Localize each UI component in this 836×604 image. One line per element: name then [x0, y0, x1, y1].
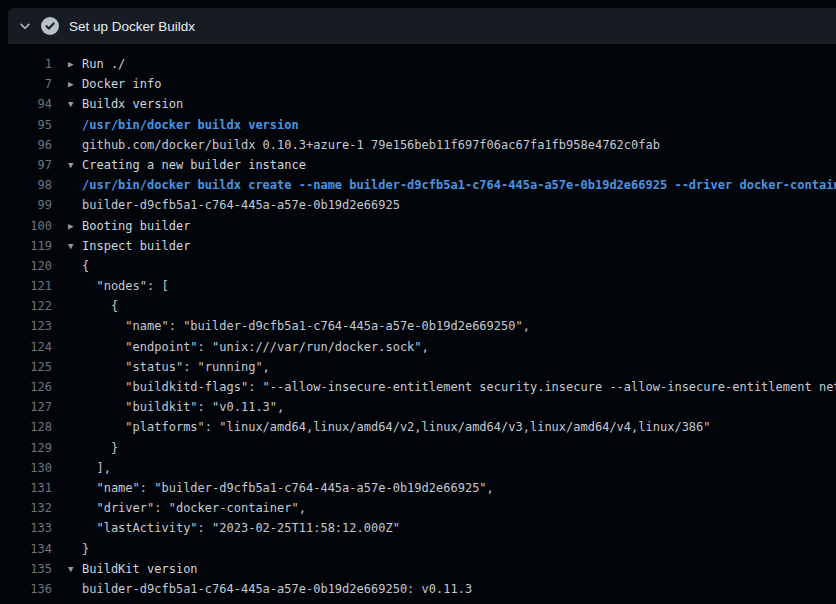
line-number[interactable]: 124: [0, 337, 52, 357]
line-number[interactable]: 126: [0, 377, 52, 397]
line-number[interactable]: 125: [0, 357, 52, 377]
log-line: 134 }: [0, 539, 836, 559]
log-line[interactable]: 97 ▼ Creating a new builder instance: [0, 155, 836, 175]
line-number[interactable]: 120: [0, 256, 52, 276]
log-line: 121 "nodes": [: [0, 276, 836, 296]
expand-group-icon[interactable]: ▶: [68, 216, 82, 236]
log-area: 1 ▶ Run ./ 7 ▶ Docker info 94 ▼ Buildx v…: [0, 44, 836, 604]
log-line[interactable]: 1 ▶ Run ./: [0, 54, 836, 74]
log-line[interactable]: 7 ▶ Docker info: [0, 74, 836, 94]
log-line: 123 "name": "builder-d9cfb5a1-c764-445a-…: [0, 316, 836, 336]
log-line: 126 "buildkitd-flags": "--allow-insecure…: [0, 377, 836, 397]
line-number[interactable]: 129: [0, 438, 52, 458]
log-line: 136 builder-d9cfb5a1-c764-445a-a57e-0b19…: [0, 579, 836, 599]
collapse-group-icon[interactable]: ▼: [68, 236, 82, 256]
log-line: 127 "buildkit": "v0.11.3",: [0, 397, 836, 417]
step-title: Set up Docker Buildx: [69, 19, 195, 34]
workflow-log-viewer: Set up Docker Buildx 1 ▶ Run ./ 7 ▶ Dock…: [0, 0, 836, 604]
line-number[interactable]: 134: [0, 539, 52, 559]
log-line: 131 "name": "builder-d9cfb5a1-c764-445a-…: [0, 478, 836, 498]
line-number[interactable]: 136: [0, 579, 52, 599]
log-line: 124 "endpoint": "unix:///var/run/docker.…: [0, 337, 836, 357]
line-number[interactable]: 95: [0, 115, 52, 135]
line-number[interactable]: 1: [0, 54, 52, 74]
log-line: 129 }: [0, 438, 836, 458]
line-number[interactable]: 132: [0, 498, 52, 518]
line-number[interactable]: 119: [0, 236, 52, 256]
step-header[interactable]: Set up Docker Buildx: [8, 8, 836, 44]
line-number[interactable]: 128: [0, 417, 52, 437]
line-number[interactable]: 94: [0, 94, 52, 114]
line-number[interactable]: 130: [0, 458, 52, 478]
log-line[interactable]: 100 ▶ Booting builder: [0, 216, 836, 236]
line-number[interactable]: 7: [0, 74, 52, 94]
collapse-group-icon[interactable]: ▼: [68, 94, 82, 114]
line-number[interactable]: 127: [0, 397, 52, 417]
log-line: 132 "driver": "docker-container",: [0, 498, 836, 518]
line-number[interactable]: 97: [0, 155, 52, 175]
log-line: 95 /usr/bin/docker buildx version: [0, 115, 836, 135]
chevron-down-icon[interactable]: [18, 19, 32, 33]
expand-group-icon[interactable]: ▶: [68, 54, 82, 74]
line-number[interactable]: 99: [0, 195, 52, 215]
log-line: 99 builder-d9cfb5a1-c764-445a-a57e-0b19d…: [0, 195, 836, 215]
log-line: 130 ],: [0, 458, 836, 478]
log-line[interactable]: 135 ▼ BuildKit version: [0, 559, 836, 579]
expand-group-icon[interactable]: ▶: [68, 74, 82, 94]
log-line[interactable]: 94 ▼ Buildx version: [0, 94, 836, 114]
line-number[interactable]: 96: [0, 135, 52, 155]
log-line: 120 {: [0, 256, 836, 276]
line-number[interactable]: 123: [0, 316, 52, 336]
line-number[interactable]: 135: [0, 559, 52, 579]
log-line: 122 {: [0, 296, 836, 316]
check-circle-icon: [41, 17, 59, 35]
log-line: 133 "lastActivity": "2023-02-25T11:58:12…: [0, 518, 836, 538]
collapse-group-icon[interactable]: ▼: [68, 155, 82, 175]
line-number[interactable]: 121: [0, 276, 52, 296]
line-number[interactable]: 133: [0, 518, 52, 538]
line-number[interactable]: 98: [0, 175, 52, 195]
log-line[interactable]: 119 ▼ Inspect builder: [0, 236, 836, 256]
collapse-group-icon[interactable]: ▼: [68, 559, 82, 579]
log-line: 125 "status": "running",: [0, 357, 836, 377]
log-line: 128 "platforms": "linux/amd64,linux/amd6…: [0, 417, 836, 437]
line-number[interactable]: 100: [0, 216, 52, 236]
log-line: 98 /usr/bin/docker buildx create --name …: [0, 175, 836, 195]
log-line: 96 github.com/docker/buildx 0.10.3+azure…: [0, 135, 836, 155]
line-number[interactable]: 122: [0, 296, 52, 316]
line-number[interactable]: 131: [0, 478, 52, 498]
